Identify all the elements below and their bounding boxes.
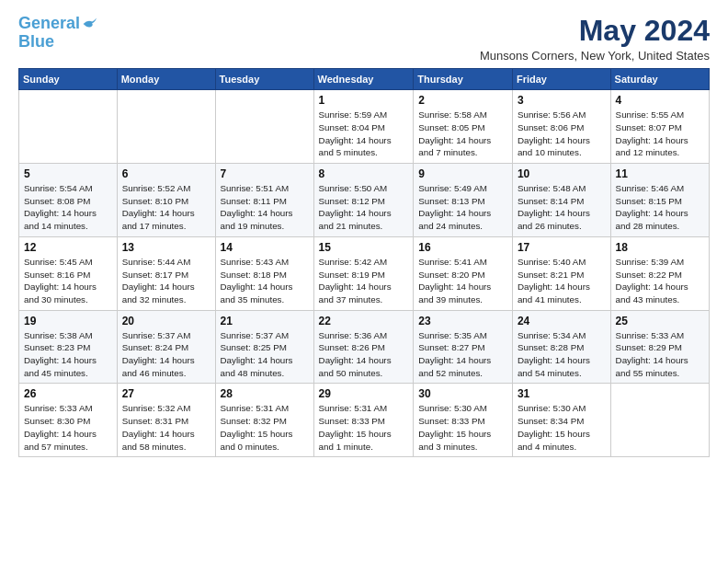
day-number: 13 bbox=[122, 241, 210, 254]
day-number: 23 bbox=[418, 315, 507, 327]
calendar-cell: 3Sunrise: 5:56 AM Sunset: 8:06 PM Daylig… bbox=[512, 90, 610, 164]
day-number: 30 bbox=[418, 387, 507, 400]
day-number: 12 bbox=[24, 241, 112, 254]
week-row-2: 5Sunrise: 5:54 AM Sunset: 8:08 PM Daylig… bbox=[19, 164, 710, 237]
calendar-cell: 6Sunrise: 5:52 AM Sunset: 8:10 PM Daylig… bbox=[117, 164, 215, 237]
calendar-cell: 16Sunrise: 5:41 AM Sunset: 8:20 PM Dayli… bbox=[414, 236, 513, 310]
day-info: Sunrise: 5:40 AM Sunset: 8:21 PM Dayligh… bbox=[518, 256, 606, 306]
calendar-cell: 4Sunrise: 5:55 AM Sunset: 8:07 PM Daylig… bbox=[610, 90, 709, 164]
title-block: May 2024 Munsons Corners, New York, Unit… bbox=[480, 15, 710, 63]
calendar-cell: 21Sunrise: 5:37 AM Sunset: 8:25 PM Dayli… bbox=[215, 310, 313, 384]
header-wednesday: Wednesday bbox=[313, 69, 414, 90]
day-info: Sunrise: 5:33 AM Sunset: 8:30 PM Dayligh… bbox=[24, 402, 112, 453]
page-header: General Blue May 2024 Munsons Corners, N… bbox=[18, 15, 710, 63]
day-number: 8 bbox=[319, 167, 409, 180]
day-number: 3 bbox=[518, 94, 606, 107]
calendar-cell: 12Sunrise: 5:45 AM Sunset: 8:16 PM Dayli… bbox=[19, 236, 118, 310]
day-info: Sunrise: 5:52 AM Sunset: 8:10 PM Dayligh… bbox=[122, 182, 210, 233]
logo-text: General bbox=[18, 15, 80, 33]
calendar-cell: 13Sunrise: 5:44 AM Sunset: 8:17 PM Dayli… bbox=[117, 236, 215, 310]
calendar-cell: 11Sunrise: 5:46 AM Sunset: 8:15 PM Dayli… bbox=[610, 164, 709, 237]
calendar-cell: 27Sunrise: 5:32 AM Sunset: 8:31 PM Dayli… bbox=[117, 384, 215, 457]
week-row-5: 26Sunrise: 5:33 AM Sunset: 8:30 PM Dayli… bbox=[19, 384, 710, 457]
calendar-cell bbox=[215, 90, 313, 164]
day-number: 15 bbox=[319, 241, 409, 254]
day-info: Sunrise: 5:31 AM Sunset: 8:33 PM Dayligh… bbox=[319, 402, 409, 453]
calendar-cell: 10Sunrise: 5:48 AM Sunset: 8:14 PM Dayli… bbox=[512, 164, 610, 237]
calendar-cell: 31Sunrise: 5:30 AM Sunset: 8:34 PM Dayli… bbox=[512, 384, 610, 457]
day-number: 9 bbox=[418, 167, 507, 180]
calendar-cell bbox=[19, 90, 118, 164]
day-number: 19 bbox=[24, 315, 112, 327]
calendar-cell: 19Sunrise: 5:38 AM Sunset: 8:23 PM Dayli… bbox=[19, 310, 118, 384]
day-number: 21 bbox=[221, 315, 309, 327]
calendar-cell: 14Sunrise: 5:43 AM Sunset: 8:18 PM Dayli… bbox=[215, 236, 313, 310]
day-info: Sunrise: 5:44 AM Sunset: 8:17 PM Dayligh… bbox=[122, 256, 210, 306]
location-text: Munsons Corners, New York, United States bbox=[480, 49, 710, 63]
day-number: 29 bbox=[319, 387, 409, 400]
logo: General Blue bbox=[18, 15, 97, 52]
day-info: Sunrise: 5:54 AM Sunset: 8:08 PM Dayligh… bbox=[24, 182, 112, 233]
logo-general: General bbox=[18, 14, 80, 32]
day-info: Sunrise: 5:32 AM Sunset: 8:31 PM Dayligh… bbox=[122, 402, 210, 453]
day-number: 17 bbox=[518, 241, 606, 254]
day-number: 5 bbox=[24, 167, 112, 180]
day-number: 7 bbox=[221, 167, 309, 180]
day-number: 31 bbox=[518, 387, 606, 400]
day-info: Sunrise: 5:50 AM Sunset: 8:12 PM Dayligh… bbox=[319, 182, 409, 233]
day-info: Sunrise: 5:56 AM Sunset: 8:06 PM Dayligh… bbox=[518, 109, 606, 159]
calendar-cell: 2Sunrise: 5:58 AM Sunset: 8:05 PM Daylig… bbox=[414, 90, 513, 164]
header-tuesday: Tuesday bbox=[215, 69, 313, 90]
calendar-cell: 5Sunrise: 5:54 AM Sunset: 8:08 PM Daylig… bbox=[19, 164, 118, 237]
calendar-cell: 24Sunrise: 5:34 AM Sunset: 8:28 PM Dayli… bbox=[512, 310, 610, 384]
day-number: 20 bbox=[122, 315, 210, 327]
day-info: Sunrise: 5:49 AM Sunset: 8:13 PM Dayligh… bbox=[418, 182, 507, 233]
calendar-cell: 25Sunrise: 5:33 AM Sunset: 8:29 PM Dayli… bbox=[610, 310, 709, 384]
calendar-cell bbox=[610, 384, 709, 457]
logo-bird-icon bbox=[82, 17, 97, 30]
day-number: 16 bbox=[418, 241, 507, 254]
day-info: Sunrise: 5:31 AM Sunset: 8:32 PM Dayligh… bbox=[221, 402, 309, 453]
day-number: 27 bbox=[122, 387, 210, 400]
day-number: 11 bbox=[616, 167, 704, 180]
header-friday: Friday bbox=[512, 69, 610, 90]
month-title: May 2024 bbox=[480, 15, 710, 47]
calendar-cell: 9Sunrise: 5:49 AM Sunset: 8:13 PM Daylig… bbox=[414, 164, 513, 237]
header-row: Sunday Monday Tuesday Wednesday Thursday… bbox=[19, 69, 710, 90]
calendar-cell: 30Sunrise: 5:30 AM Sunset: 8:33 PM Dayli… bbox=[414, 384, 513, 457]
calendar-cell: 23Sunrise: 5:35 AM Sunset: 8:27 PM Dayli… bbox=[414, 310, 513, 384]
day-number: 4 bbox=[616, 94, 704, 107]
day-info: Sunrise: 5:48 AM Sunset: 8:14 PM Dayligh… bbox=[518, 182, 606, 233]
day-number: 2 bbox=[418, 94, 507, 107]
day-info: Sunrise: 5:30 AM Sunset: 8:34 PM Dayligh… bbox=[518, 402, 606, 453]
day-info: Sunrise: 5:33 AM Sunset: 8:29 PM Dayligh… bbox=[616, 329, 704, 380]
day-info: Sunrise: 5:55 AM Sunset: 8:07 PM Dayligh… bbox=[616, 109, 704, 159]
calendar-cell: 1Sunrise: 5:59 AM Sunset: 8:04 PM Daylig… bbox=[313, 90, 414, 164]
day-info: Sunrise: 5:59 AM Sunset: 8:04 PM Dayligh… bbox=[319, 109, 409, 159]
day-info: Sunrise: 5:46 AM Sunset: 8:15 PM Dayligh… bbox=[616, 182, 704, 233]
day-info: Sunrise: 5:51 AM Sunset: 8:11 PM Dayligh… bbox=[221, 182, 309, 233]
day-number: 14 bbox=[221, 241, 309, 254]
header-monday: Monday bbox=[117, 69, 215, 90]
day-number: 1 bbox=[319, 94, 409, 107]
week-row-1: 1Sunrise: 5:59 AM Sunset: 8:04 PM Daylig… bbox=[19, 90, 710, 164]
calendar-cell: 17Sunrise: 5:40 AM Sunset: 8:21 PM Dayli… bbox=[512, 236, 610, 310]
day-info: Sunrise: 5:43 AM Sunset: 8:18 PM Dayligh… bbox=[221, 256, 309, 306]
day-number: 25 bbox=[616, 315, 704, 327]
day-number: 26 bbox=[24, 387, 112, 400]
day-number: 24 bbox=[518, 315, 606, 327]
calendar-cell: 26Sunrise: 5:33 AM Sunset: 8:30 PM Dayli… bbox=[19, 384, 118, 457]
day-number: 28 bbox=[221, 387, 309, 400]
day-info: Sunrise: 5:41 AM Sunset: 8:20 PM Dayligh… bbox=[418, 256, 507, 306]
calendar-cell: 28Sunrise: 5:31 AM Sunset: 8:32 PM Dayli… bbox=[215, 384, 313, 457]
day-info: Sunrise: 5:37 AM Sunset: 8:25 PM Dayligh… bbox=[221, 329, 309, 380]
day-info: Sunrise: 5:37 AM Sunset: 8:24 PM Dayligh… bbox=[122, 329, 210, 380]
day-info: Sunrise: 5:58 AM Sunset: 8:05 PM Dayligh… bbox=[418, 109, 507, 159]
day-info: Sunrise: 5:35 AM Sunset: 8:27 PM Dayligh… bbox=[418, 329, 507, 380]
calendar-cell: 7Sunrise: 5:51 AM Sunset: 8:11 PM Daylig… bbox=[215, 164, 313, 237]
header-sunday: Sunday bbox=[19, 69, 118, 90]
day-info: Sunrise: 5:42 AM Sunset: 8:19 PM Dayligh… bbox=[319, 256, 409, 306]
calendar-cell: 15Sunrise: 5:42 AM Sunset: 8:19 PM Dayli… bbox=[313, 236, 414, 310]
day-info: Sunrise: 5:38 AM Sunset: 8:23 PM Dayligh… bbox=[24, 329, 112, 380]
day-number: 10 bbox=[518, 167, 606, 180]
